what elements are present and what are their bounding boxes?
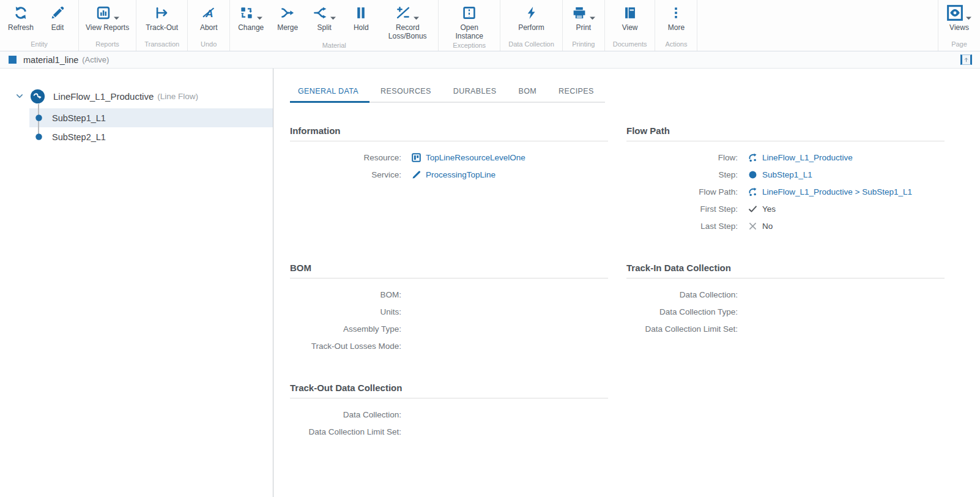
perform-icon: [524, 6, 539, 20]
field-row: Data Collection:: [626, 286, 945, 303]
field-value-link[interactable]: SubStep1_L1: [762, 170, 812, 179]
toolbar-button-view-reports[interactable]: View Reports: [86, 3, 129, 40]
field-label: Track-Out Losses Mode:: [290, 342, 401, 351]
dropdown-caret-icon[interactable]: [414, 11, 419, 15]
field-value-link[interactable]: ProcessingTopLine: [426, 170, 496, 179]
toolbar-button-label: Refresh: [8, 23, 34, 32]
toolbar-button-open-instance[interactable]: Open Instance: [445, 3, 493, 41]
toolbar-button-merge[interactable]: Merge: [273, 3, 302, 41]
field-label: Step:: [626, 170, 738, 179]
field-row: Flow:LineFlow_L1_Productive: [626, 149, 945, 166]
toolbar-button-label: Views: [949, 23, 969, 32]
dropdown-caret-icon[interactable]: [330, 11, 336, 15]
toolbar-group-transaction: Track-OutTransaction: [136, 0, 188, 51]
section-title: Track-Out Data Collection: [290, 383, 608, 398]
field-row: Data Collection Limit Set:: [626, 320, 945, 337]
tab-general-data[interactable]: GENERAL DATA: [290, 83, 369, 103]
field-value-link[interactable]: TopLineResourceLevelOne: [426, 153, 525, 162]
toolbar-group-label: Documents: [612, 40, 648, 51]
field-row: Service:ProcessingTopLine: [290, 166, 608, 183]
tab-resources[interactable]: RESOURCES: [369, 83, 442, 103]
step-icon: [34, 113, 43, 122]
section-track-out-data-collection: Track-Out Data CollectionData Collection…: [290, 383, 608, 440]
field-value-link[interactable]: LineFlow_L1_Productive > SubStep1_L1: [762, 187, 912, 196]
toolbar-button-more[interactable]: More: [662, 3, 690, 40]
dropdown-caret-icon[interactable]: [966, 11, 971, 15]
toolbar-button-label: More: [668, 23, 685, 32]
toolbar-button-label: Record Loss/Bonus: [384, 23, 431, 41]
step-icon: [34, 132, 43, 141]
toolbar-button-label: Change: [238, 23, 264, 32]
field-label: Data Collection:: [626, 290, 738, 299]
dropdown-caret-icon[interactable]: [257, 11, 262, 15]
field-value: LineFlow_L1_Productive: [748, 152, 853, 163]
toolbar-group-reports: View ReportsReports: [79, 0, 136, 51]
toolbar-group-entity: RefreshEditEntity: [0, 0, 79, 51]
field-label: Units:: [290, 307, 401, 316]
dropdown-caret-icon[interactable]: [114, 11, 119, 15]
toolbar-button-track-out[interactable]: Track-Out: [146, 3, 178, 40]
toolbar-button-view[interactable]: View: [616, 3, 644, 40]
field-row: Data Collection Limit Set:: [290, 423, 608, 440]
toolbar-group-exceptions: Open InstanceExceptions: [439, 0, 500, 51]
check-icon: [748, 204, 758, 214]
field-row: Track-Out Losses Mode:: [290, 337, 608, 354]
chevron-down-icon[interactable]: [15, 92, 24, 100]
print-icon: [572, 6, 587, 20]
field-value: ProcessingTopLine: [411, 170, 496, 180]
tree-item-substep2-l1[interactable]: SubStep2_L1: [29, 127, 273, 146]
toolbar-group-label: Page: [945, 40, 973, 51]
flow-icon: [748, 152, 758, 163]
tree-root-line-flow[interactable]: LineFlow_L1_Productive(Line Flow): [0, 87, 273, 105]
toolbar-button-edit[interactable]: Edit: [43, 3, 72, 40]
field-row: BOM:: [290, 286, 608, 303]
toolbar-group-undo: AAbortUndo: [188, 0, 230, 51]
field-label: Flow Path:: [626, 187, 738, 196]
section-title: Information: [290, 125, 608, 141]
field-value: LineFlow_L1_Productive > SubStep1_L1: [748, 187, 912, 197]
toolbar-button-label: Print: [576, 23, 591, 32]
tree-item-substep1-l1[interactable]: SubStep1_L1: [29, 108, 273, 127]
abort-icon: A: [201, 6, 216, 20]
tab-recipes[interactable]: RECIPES: [548, 83, 605, 103]
collapse-panel-button[interactable]: [960, 54, 972, 65]
toolbar-button-perform[interactable]: Perform: [518, 3, 546, 40]
field-label: Data Collection Limit Set:: [626, 324, 738, 334]
flow-icon: [748, 187, 758, 197]
field-value: SubStep1_L1: [748, 170, 812, 180]
toolbar-button-label: Open Instance: [445, 23, 493, 41]
toolbar-button-change[interactable]: Change: [237, 3, 265, 41]
toolbar-button-hold[interactable]: Hold: [347, 3, 375, 41]
entity-status: (Active): [82, 55, 109, 64]
tab-bom[interactable]: BOM: [507, 83, 548, 103]
field-value-text: No: [762, 222, 773, 231]
toolbar-group-data-collection: PerformData Collection: [500, 0, 563, 51]
field-value-link[interactable]: LineFlow_L1_Productive: [762, 153, 853, 162]
tree-root-label: LineFlow_L1_Productive: [53, 91, 154, 102]
field-label: Last Step:: [626, 222, 738, 231]
field-label: Assembly Type:: [290, 324, 401, 334]
more-icon: [669, 6, 683, 20]
toolbar-button-print[interactable]: Print: [570, 3, 598, 40]
field-label: Flow:: [626, 153, 738, 162]
toolbar-button-refresh[interactable]: Refresh: [7, 3, 35, 40]
toolbar-button-record-loss-bonus[interactable]: Record Loss/Bonus: [384, 3, 431, 41]
toolbar-button-views[interactable]: Views: [945, 3, 973, 40]
section-title: BOM: [290, 263, 608, 278]
toolbar-group-label: Transaction: [143, 40, 180, 51]
tab-strip: GENERAL DATARESOURCESDURABLESBOMRECIPES: [290, 83, 605, 103]
section-information: InformationResource:TopLineResourceLevel…: [290, 125, 608, 183]
toolbar-button-label: Track-Out: [146, 23, 178, 32]
toolbar-button-split[interactable]: Split: [310, 3, 338, 41]
toolbar-button-abort[interactable]: AAbort: [195, 3, 223, 40]
view-documents-icon: [623, 6, 637, 20]
field-label: Data Collection:: [290, 410, 401, 419]
section-flow-path: Flow PathFlow:LineFlow_L1_ProductiveStep…: [626, 125, 945, 234]
dropdown-caret-icon[interactable]: [590, 11, 595, 15]
tree-root-type: (Line Flow): [157, 92, 198, 101]
tab-durables[interactable]: DURABLES: [442, 83, 508, 103]
field-label: Service:: [290, 170, 401, 179]
toolbar-group-label: Material: [237, 41, 431, 52]
toolbar-button-label: View Reports: [86, 23, 129, 32]
refresh-icon: [13, 6, 28, 20]
